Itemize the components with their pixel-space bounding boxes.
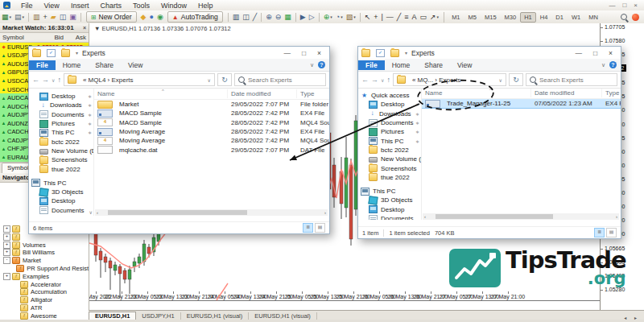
column-symbol[interactable]: Symbol: [0, 34, 37, 41]
menu-view[interactable]: View: [39, 2, 65, 10]
expand-icon[interactable]: +: [3, 225, 10, 233]
tab-home[interactable]: Home: [385, 60, 418, 70]
checkbox-icon[interactable]: ✓: [47, 49, 56, 57]
navigator-item-alligator[interactable]: fAlligator: [0, 296, 89, 304]
sidebar-item-pictures[interactable]: Pictures∗: [358, 127, 421, 136]
navigator-item-examples[interactable]: +fExamples: [0, 272, 89, 280]
sidebar-item-this-pc[interactable]: This PC∗: [358, 136, 421, 145]
sidebar-item-screenshots[interactable]: Screenshots: [358, 163, 421, 172]
tab-file[interactable]: File: [358, 60, 385, 70]
file-row-market[interactable]: Market29/05/2022 7:07 PMFile folder: [94, 100, 329, 109]
mdi-close-button[interactable]: ×: [634, 2, 638, 9]
line-chart-icon[interactable]: ╱: [251, 12, 258, 23]
text-tool-icon[interactable]: A: [411, 12, 419, 23]
explorer-window-mql4-experts[interactable]: ✓ ▾ Experts — □ × File Home Share View ∨…: [28, 46, 330, 234]
details-view-icon[interactable]: ≣: [594, 228, 605, 237]
sidebar-item-documents[interactable]: Documents: [29, 206, 93, 215]
column-type[interactable]: Type: [602, 89, 621, 97]
scrollbar-thumb[interactable]: [436, 214, 553, 219]
window-title-bar[interactable]: ✓ ▾ Experts — □ ×: [358, 47, 621, 59]
sidebar-item-documents[interactable]: Documents∗: [358, 118, 421, 127]
up-icon[interactable]: ↑: [386, 76, 390, 84]
sidebar-item-screenshots[interactable]: Screenshots: [29, 155, 93, 164]
notification-badge[interactable]: [632, 14, 639, 21]
help-icon[interactable]: ?: [609, 61, 617, 68]
sidebar-item-3d-objects[interactable]: 3D Objects: [29, 188, 93, 196]
tab-view[interactable]: View: [450, 60, 479, 70]
qat-dropdown-icon[interactable]: ▾: [76, 50, 78, 56]
templates-icon-dropdown[interactable]: ▾: [353, 12, 356, 22]
indicators-icon[interactable]: ⊕▾: [322, 12, 334, 23]
crosshair-tool-icon[interactable]: +: [372, 12, 379, 23]
horizontal-scrollbar[interactable]: ‹ ›: [95, 209, 328, 216]
timeframe-h4[interactable]: H4: [536, 12, 552, 23]
ribbon-collapse-icon[interactable]: ∨: [310, 62, 314, 68]
sidebar-item-downloads[interactable]: ↓Downloads∗: [358, 109, 421, 118]
recent-dropdown-icon[interactable]: ∨: [381, 77, 384, 83]
up-icon[interactable]: ↑: [57, 76, 61, 84]
help-icon[interactable]: ?: [318, 61, 325, 68]
navigator-item-awesome[interactable]: fAwesome: [0, 312, 89, 320]
chart-shift-icon[interactable]: ▷: [308, 12, 316, 23]
minimize-button[interactable]: —: [575, 49, 582, 57]
large-icons-view-icon[interactable]: ▤: [315, 223, 325, 233]
search-input[interactable]: Search Experts: [526, 73, 617, 86]
favorites-folder-icon[interactable]: ▰: [49, 12, 58, 23]
large-icons-view-icon[interactable]: ▤: [606, 228, 617, 237]
new-chart-icon-dropdown[interactable]: ▾: [10, 12, 12, 22]
close-button[interactable]: ×: [609, 49, 613, 57]
metaeditor-icon[interactable]: ◆: [139, 12, 148, 23]
market-watch-close-icon[interactable]: ×: [83, 25, 86, 31]
scroll-right-icon[interactable]: ›: [614, 214, 619, 219]
column-bid[interactable]: Bid: [37, 34, 66, 41]
search-icon[interactable]: [621, 14, 627, 20]
column-name[interactable]: Name: [422, 89, 531, 97]
scroll-left-icon[interactable]: ‹: [95, 210, 100, 215]
new-order-button[interactable]: ⊞New Order: [86, 11, 137, 23]
sidebar-item-desktop[interactable]: Desktop: [29, 196, 93, 205]
print-icon-dropdown[interactable]: ▾: [23, 12, 25, 22]
ribbon-collapse-icon[interactable]: ∨: [601, 62, 605, 68]
maximize-button[interactable]: □: [302, 49, 306, 57]
print-icon[interactable]: ▤▾: [13, 12, 26, 23]
scroll-left-icon[interactable]: ‹: [423, 214, 427, 219]
navigator-item-atr[interactable]: fATR: [0, 304, 89, 312]
file-row-moving-average[interactable]: Moving Average28/05/2022 7:42 PMEX4 File…: [94, 127, 329, 136]
sidebar-item-bctc-2022[interactable]: bctc 2022: [358, 146, 421, 155]
breadcrumb-dropdown-icon[interactable]: ∨: [208, 77, 211, 83]
back-icon[interactable]: ←: [361, 76, 369, 84]
sidebar-item-documents[interactable]: Documents: [358, 214, 421, 220]
breadcrumb-dropdown-icon[interactable]: ∨: [499, 77, 502, 83]
arrows-tool-icon-dropdown[interactable]: ▾: [437, 12, 440, 22]
timeframe-mn[interactable]: MN: [584, 12, 602, 23]
arrows-tool-icon[interactable]: ↗▾: [428, 12, 440, 23]
timeframe-h1[interactable]: H1: [520, 12, 536, 23]
column-ask[interactable]: Ask: [66, 34, 89, 41]
explorer-window-experts[interactable]: ✓ ▾ Experts — □ × File Home Share View ∨…: [357, 46, 621, 239]
sidebar-item-thue-2022[interactable]: thue 2022: [29, 164, 93, 173]
trendline-tool-icon[interactable]: ╱: [395, 12, 402, 23]
sidebar-item-this-pc[interactable]: This PC∗: [29, 128, 93, 137]
tab-file[interactable]: File: [29, 60, 56, 70]
profiles-icon[interactable]: ▥: [31, 12, 42, 23]
qat-dropdown-icon[interactable]: ▾: [405, 50, 407, 56]
menu-insert[interactable]: Insert: [65, 2, 95, 10]
mdi-minimize-button[interactable]: —: [609, 2, 615, 9]
chart-collapse-icon[interactable]: ▼: [94, 25, 100, 32]
scrollbar-thumb[interactable]: [108, 210, 247, 215]
menu-tools[interactable]: Tools: [127, 2, 155, 10]
sidebar-item-new-volume-d[interactable]: New Volume (D:: [358, 155, 421, 163]
market-watch-header[interactable]: Market Watch: 16:33:01 ×: [0, 23, 89, 33]
forward-icon[interactable]: →: [371, 76, 378, 84]
navigator-item-bill-williams[interactable]: +fBill Williams: [0, 249, 89, 257]
breadcrumb[interactable]: « MQ... › Experts ∨: [393, 73, 506, 86]
chart-tab-eurusd-h1-visual[interactable]: EURUSD,H1 (visual): [181, 312, 250, 320]
forward-icon[interactable]: →: [42, 76, 49, 84]
sidebar-item-documents[interactable]: Documents∗: [29, 110, 93, 119]
web-icon[interactable]: ◉: [155, 12, 165, 23]
timeframe-m30[interactable]: M30: [501, 12, 521, 23]
crosshair-cursor-icon[interactable]: +: [42, 12, 49, 23]
window-title-bar[interactable]: ✓ ▾ Experts — □ ×: [29, 47, 329, 59]
sidebar-item-thue-2022[interactable]: thue 2022: [358, 173, 421, 182]
tab-home[interactable]: Home: [56, 60, 89, 70]
